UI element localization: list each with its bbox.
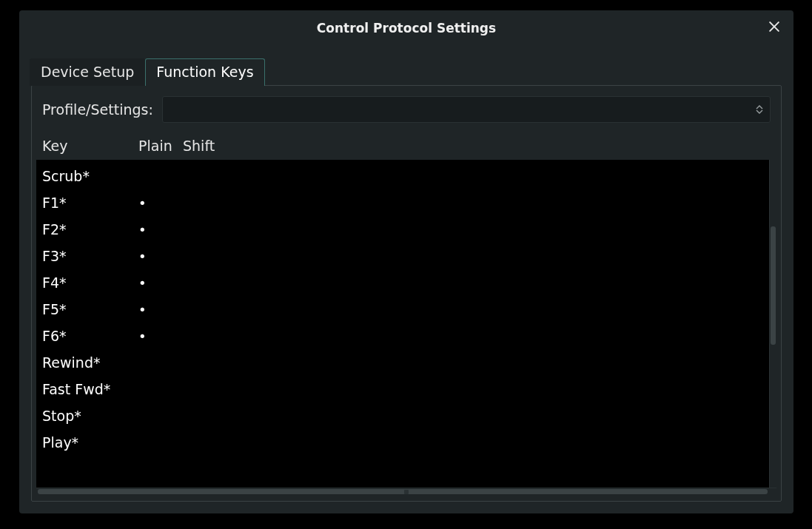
col-header-plain[interactable]: Plain bbox=[138, 138, 183, 154]
cell-key: F1* bbox=[42, 195, 138, 211]
cell-key: Play* bbox=[42, 434, 138, 451]
table-row[interactable]: F1*• bbox=[36, 189, 769, 216]
col-header-shift[interactable]: Shift bbox=[183, 138, 227, 154]
window-title: Control Protocol Settings bbox=[317, 21, 496, 36]
dialog-window: Control Protocol Settings Device Setup F… bbox=[19, 10, 793, 513]
close-button[interactable] bbox=[764, 18, 785, 38]
table-row[interactable]: F6*• bbox=[36, 323, 769, 349]
tab-function-keys[interactable]: Function Keys bbox=[145, 58, 264, 86]
table-row[interactable]: F4*• bbox=[36, 269, 769, 296]
dialog-body: Device Setup Function Keys Profile/Setti… bbox=[19, 46, 793, 513]
tab-label: Device Setup bbox=[41, 64, 134, 80]
table-row[interactable]: Rewind* bbox=[36, 349, 769, 376]
table-row[interactable]: Scrub* bbox=[36, 163, 769, 189]
table-row[interactable]: F3*• bbox=[36, 243, 769, 269]
scrollbar-grip-icon bbox=[404, 490, 409, 494]
table-row[interactable]: Stop* bbox=[36, 402, 769, 429]
cell-key: F3* bbox=[42, 248, 138, 264]
cell-plain[interactable]: • bbox=[138, 328, 183, 344]
cell-key: F2* bbox=[42, 221, 138, 237]
key-table: Key Plain Shift Scrub*F1*•F2*•F3*•F4*•F5… bbox=[32, 133, 781, 495]
table-row[interactable]: F2*• bbox=[36, 216, 769, 243]
close-icon bbox=[767, 19, 782, 37]
tab-label: Function Keys bbox=[156, 64, 253, 80]
horizontal-scrollbar-thumb[interactable] bbox=[38, 489, 768, 494]
vertical-scrollbar-thumb[interactable] bbox=[771, 226, 776, 345]
horizontal-scrollbar[interactable] bbox=[36, 488, 776, 495]
cell-key: F5* bbox=[42, 301, 138, 317]
cell-plain[interactable]: • bbox=[138, 195, 183, 211]
combo-spinner-icon bbox=[754, 102, 765, 117]
cell-key: Rewind* bbox=[42, 354, 138, 371]
profile-row: Profile/Settings: bbox=[32, 96, 781, 133]
col-header-key[interactable]: Key bbox=[42, 138, 138, 154]
cell-key: F4* bbox=[42, 274, 138, 291]
tab-device-setup[interactable]: Device Setup bbox=[30, 58, 145, 86]
cell-key: Fast Fwd* bbox=[42, 381, 138, 397]
cell-key: Scrub* bbox=[42, 168, 138, 184]
vertical-scrollbar[interactable] bbox=[769, 160, 776, 488]
tab-panel-function-keys: Profile/Settings: Key Plain Shift Scrub* bbox=[31, 85, 782, 502]
table-row[interactable]: Play* bbox=[36, 429, 769, 456]
table-header: Key Plain Shift bbox=[36, 133, 776, 160]
table-body-outer: Scrub*F1*•F2*•F3*•F4*•F5*•F6*•Rewind*Fas… bbox=[36, 160, 776, 488]
cell-plain[interactable]: • bbox=[138, 222, 183, 237]
profile-combobox[interactable] bbox=[162, 96, 771, 123]
table-row[interactable]: F5*• bbox=[36, 296, 769, 323]
cell-plain[interactable]: • bbox=[138, 275, 183, 291]
table-body[interactable]: Scrub*F1*•F2*•F3*•F4*•F5*•F6*•Rewind*Fas… bbox=[36, 160, 769, 488]
tab-strip: Device Setup Function Keys bbox=[30, 58, 782, 85]
profile-label: Profile/Settings: bbox=[42, 101, 153, 118]
cell-key: F6* bbox=[42, 328, 138, 344]
cell-key: Stop* bbox=[42, 408, 138, 424]
cell-plain[interactable]: • bbox=[138, 302, 183, 317]
table-row[interactable]: Fast Fwd* bbox=[36, 376, 769, 402]
cell-plain[interactable]: • bbox=[138, 249, 183, 264]
titlebar: Control Protocol Settings bbox=[19, 10, 793, 46]
